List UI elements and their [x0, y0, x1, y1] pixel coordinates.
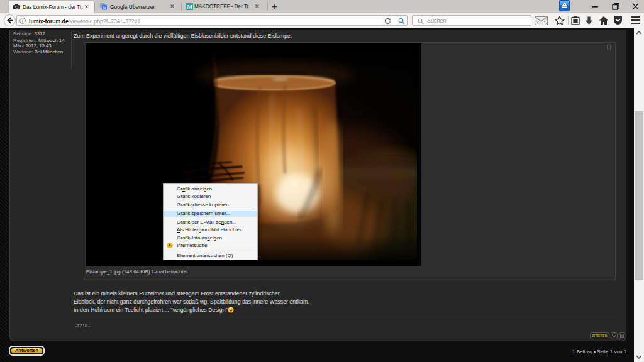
svg-text:G: G — [103, 5, 106, 9]
svg-text:M: M — [187, 4, 192, 10]
